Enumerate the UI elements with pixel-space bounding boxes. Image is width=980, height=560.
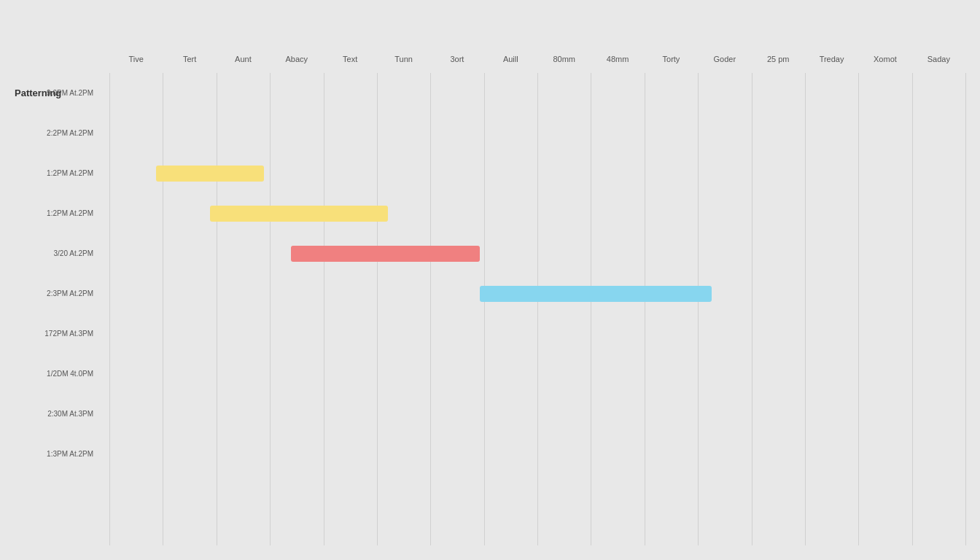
grid-area: 9:0PM At.2PM2:2PM At.2PM1:2PM At.2PM1:2P… bbox=[109, 73, 965, 545]
column-header: Aunt bbox=[217, 55, 270, 63]
gantt-bar[interactable] bbox=[210, 206, 388, 222]
row-label: 172PM At.3PM bbox=[0, 329, 102, 338]
column-header: Tunn bbox=[377, 55, 430, 63]
column-header: Auill bbox=[484, 55, 537, 63]
row-label: 2:2PM At.2PM bbox=[0, 128, 102, 138]
row-label: 1/2DM 4t.0PM bbox=[0, 369, 102, 378]
row-label: 2:3PM At.2PM bbox=[0, 289, 102, 298]
column-header: Tive bbox=[109, 55, 163, 63]
table-row: 9:0PM At.2PM bbox=[0, 73, 965, 113]
row-label: 1:2PM At.2PM bbox=[0, 209, 102, 218]
row-label: 2:30M At.3PM bbox=[0, 409, 102, 419]
table-row: 2:2PM At.2PM bbox=[0, 113, 965, 153]
gantt-bar[interactable] bbox=[291, 246, 480, 262]
row-track bbox=[102, 73, 965, 113]
row-track bbox=[102, 233, 965, 273]
row-track bbox=[102, 434, 965, 474]
column-header: 25 pm bbox=[752, 55, 805, 63]
row-track bbox=[102, 314, 965, 354]
row-track bbox=[102, 193, 965, 233]
row-track bbox=[102, 273, 965, 314]
table-row: 1:3PM At.2PM bbox=[0, 434, 965, 474]
gantt-bar[interactable] bbox=[156, 166, 264, 182]
column-header: Treday bbox=[805, 55, 858, 63]
column-header: Torty bbox=[645, 55, 698, 63]
row-label: 9:0PM At.2PM bbox=[0, 88, 102, 98]
table-row: 1:2PM At.2PM bbox=[0, 153, 965, 193]
gantt-bar[interactable] bbox=[480, 286, 712, 302]
row-track bbox=[102, 153, 965, 193]
grid-line bbox=[965, 73, 966, 545]
column-header: Text bbox=[324, 55, 377, 63]
column-header: Goder bbox=[698, 55, 751, 63]
table-row: 3/20 At.2PM bbox=[0, 233, 965, 273]
row-track bbox=[102, 394, 965, 434]
table-row: 1/2DM 4t.0PM bbox=[0, 354, 965, 394]
table-row: 172PM At.3PM bbox=[0, 314, 965, 354]
row-track bbox=[102, 113, 965, 153]
table-row: 2:3PM At.2PM bbox=[0, 273, 965, 314]
column-header: Abacy bbox=[270, 55, 323, 63]
row-label: 3/20 At.2PM bbox=[0, 249, 102, 258]
column-header: Saday bbox=[912, 55, 965, 63]
column-header: Xomot bbox=[858, 55, 911, 63]
chart-container: TiveTertAuntAbacyTextTunn3ortAuill80mm48… bbox=[0, 0, 980, 560]
row-label: 1:2PM At.2PM bbox=[0, 168, 102, 178]
column-header: 48mm bbox=[591, 55, 644, 63]
table-row: 1:2PM At.2PM bbox=[0, 193, 965, 233]
table-row: 2:30M At.3PM bbox=[0, 394, 965, 434]
row-track bbox=[102, 354, 965, 394]
column-header: 80mm bbox=[537, 55, 591, 63]
header-row: TiveTertAuntAbacyTextTunn3ortAuill80mm48… bbox=[109, 55, 965, 63]
row-label: 1:3PM At.2PM bbox=[0, 449, 102, 459]
column-header: Tert bbox=[163, 55, 216, 63]
column-header: 3ort bbox=[430, 55, 483, 63]
